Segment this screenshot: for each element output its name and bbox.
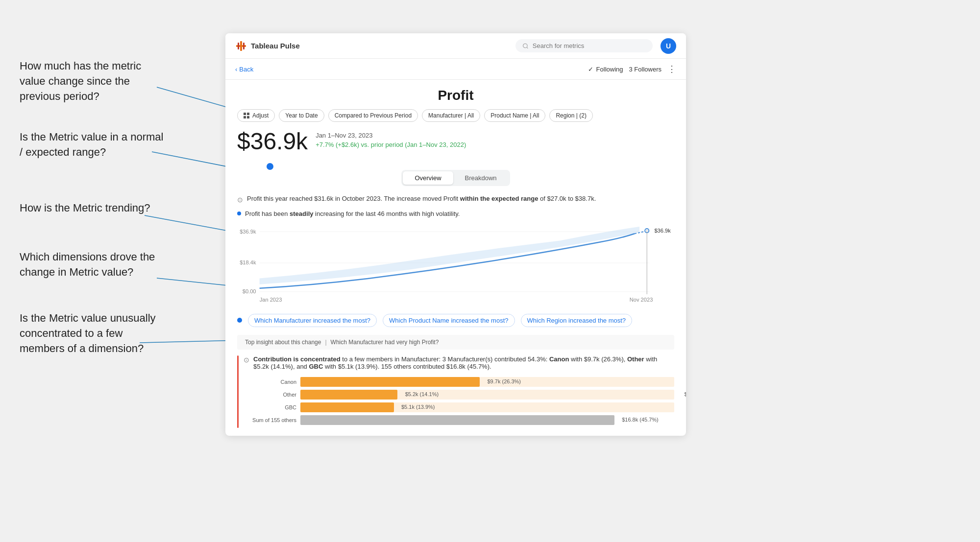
year-to-date-filter[interactable]: Year to Date: [279, 109, 324, 122]
dimension-links: Which Manufacturer increased the most? W…: [237, 314, 674, 327]
following-label: Following: [596, 66, 623, 73]
back-label: Back: [239, 66, 253, 73]
bar-row-canon: Canon $9.7k (26.3%): [247, 377, 674, 387]
metric-dot-indicator: [267, 163, 273, 170]
insight-1: ⊙ Profit this year reached $31.6k in Oct…: [237, 194, 674, 205]
product-name-label: Product Name | All: [490, 112, 539, 119]
compared-label: Compared to Previous Period: [335, 112, 412, 119]
insight-bar: Top insight about this change | Which Ma…: [237, 335, 674, 350]
svg-point-9: [523, 44, 528, 48]
search-icon: [522, 43, 529, 49]
insight-dot: [237, 212, 241, 215]
adjust-filter[interactable]: Adjust: [237, 109, 275, 122]
metric-big-value: $36.9k: [237, 130, 308, 153]
insight-bar-separator: |: [325, 339, 326, 346]
bar-track-other: $5.2k (14.1%) $20.0k (54.3%): [300, 390, 674, 400]
svg-rect-12: [247, 113, 249, 115]
search-bar[interactable]: [515, 39, 653, 52]
bar-row-other: Other $5.2k (14.1%) $20.0k (54.3%): [247, 390, 674, 400]
bar-fill-other: [300, 390, 397, 400]
trend-chart: $36.9k $18.4k $0.00 $36.9k: [237, 225, 674, 304]
insight-2: Profit has been steadily increasing for …: [237, 209, 674, 219]
manufacturer-label: Manufacturer | All: [428, 112, 474, 119]
app-title: Tableau Pulse: [251, 42, 300, 50]
insight-2-text: Profit has been steadily increasing for …: [245, 209, 460, 219]
location-icon: ⊙: [237, 195, 243, 205]
manufacturer-link[interactable]: Which Manufacturer increased the most?: [248, 314, 377, 327]
region-filter[interactable]: Region | (2): [549, 109, 592, 122]
more-options-button[interactable]: ⋮: [667, 64, 676, 74]
red-vertical-bar: [237, 355, 239, 428]
svg-text:$36.9k: $36.9k: [654, 228, 671, 234]
main-panel: Tableau Pulse U ‹ Back ✓ Following 3 Fol…: [225, 33, 686, 436]
tableau-logo-icon: [235, 40, 247, 52]
overview-tab[interactable]: Overview: [403, 171, 453, 185]
bar-row-others: Sum of 155 others $16.8k (45.7%): [247, 415, 674, 425]
manufacturer-filter[interactable]: Manufacturer | All: [422, 109, 480, 122]
svg-rect-7: [238, 43, 239, 49]
sub-header: ‹ Back ✓ Following 3 Followers ⋮: [225, 59, 686, 80]
user-avatar[interactable]: U: [661, 38, 676, 54]
annotation-3: How is the Metric trending?: [20, 201, 167, 216]
metric-period: Jan 1–Nov 23, 2023: [316, 132, 466, 139]
annotation-2: Is the Metric value in a normal / expect…: [20, 130, 167, 160]
svg-rect-8: [243, 43, 245, 49]
svg-rect-13: [244, 116, 246, 118]
concentration-bar-chart: Canon $9.7k (26.3%) Other $: [247, 377, 674, 425]
svg-text:Nov 2023: Nov 2023: [630, 297, 653, 303]
back-button[interactable]: ‹ Back: [235, 66, 253, 73]
bar-fill-canon: [300, 377, 480, 387]
concentration-detail: Contribution is concentrated to a few me…: [253, 355, 674, 370]
annotation-1: How much has the metric value change sin…: [20, 59, 167, 104]
annotations-panel: How much has the metric value change sin…: [0, 0, 225, 542]
annotation-4: Which dimensions drove the change in Met…: [20, 250, 167, 280]
annotation-5: Is the Metric value unusually concentrat…: [20, 311, 167, 356]
back-arrow-icon: ‹: [235, 66, 237, 73]
chart-area: $36.9k $18.4k $0.00 $36.9k: [237, 225, 674, 306]
metric-change: +7.7% (+$2.6k) vs. prior period (Jan 1–N…: [316, 141, 466, 148]
product-name-link[interactable]: Which Product Name increased the most?: [383, 314, 515, 327]
bar-label-other: Other: [247, 392, 296, 398]
insight-1-text: Profit this year reached $31.6k in Octob…: [247, 194, 596, 204]
dimension-dot: [237, 318, 242, 323]
app-header: Tableau Pulse U: [225, 33, 686, 59]
bar-track-gbc: $5.1k (13.9%): [300, 402, 674, 412]
bar-track-canon: $9.7k (26.3%): [300, 377, 674, 387]
adjust-label: Adjust: [252, 112, 269, 119]
concentration-section: ⊙ Contribution is concentrated to a few …: [237, 355, 674, 428]
bar-row-gbc: GBC $5.1k (13.9%): [247, 402, 674, 412]
metric-value-area: $36.9k Jan 1–Nov 23, 2023 +7.7% (+$2.6k)…: [237, 130, 674, 153]
following-area: ✓ Following 3 Followers ⋮: [588, 64, 676, 74]
filter-bar: Adjust Year to Date Compared to Previous…: [237, 109, 674, 122]
breakdown-tab[interactable]: Breakdown: [453, 171, 509, 185]
bar-value-others: $16.8k (45.7%): [622, 417, 659, 423]
bar-total-other: $20.0k (54.3%): [684, 391, 686, 397]
view-tabs: Overview Breakdown: [401, 170, 510, 186]
bar-value-gbc: $5.1k (13.9%): [401, 404, 435, 410]
region-label: Region | (2): [556, 112, 586, 119]
product-name-filter[interactable]: Product Name | All: [484, 109, 545, 122]
compared-filter[interactable]: Compared to Previous Period: [328, 109, 418, 122]
region-link[interactable]: Which Region increased the most?: [521, 314, 633, 327]
svg-rect-14: [247, 116, 249, 118]
followers-button[interactable]: 3 Followers: [629, 66, 662, 73]
concentration-content: ⊙ Contribution is concentrated to a few …: [244, 355, 674, 428]
svg-rect-11: [244, 113, 246, 115]
check-icon: ✓: [588, 66, 593, 73]
pin-icon: ⊙: [244, 356, 249, 370]
ytd-label: Year to Date: [285, 112, 318, 119]
following-button[interactable]: ✓ Following: [588, 66, 623, 73]
content-area: Profit Adjust Year to Date Compared to P…: [225, 80, 686, 436]
bar-fill-gbc: [300, 402, 394, 412]
bar-value-canon: $9.7k (26.3%): [488, 378, 521, 384]
bar-fill-others: [300, 415, 614, 425]
metric-details: Jan 1–Nov 23, 2023 +7.7% (+$2.6k) vs. pr…: [316, 130, 466, 148]
svg-text:$18.4k: $18.4k: [240, 259, 256, 265]
insights-section: ⊙ Profit this year reached $31.6k in Oct…: [237, 194, 674, 219]
insight-bar-text: Which Manufacturer had very high Profit?: [331, 339, 439, 346]
svg-text:$36.9k: $36.9k: [240, 229, 256, 235]
search-input[interactable]: [533, 42, 646, 49]
bar-label-canon: Canon: [247, 379, 296, 385]
insight-bar-prefix: Top insight about this change: [245, 339, 321, 346]
svg-text:Jan 2023: Jan 2023: [260, 297, 282, 303]
